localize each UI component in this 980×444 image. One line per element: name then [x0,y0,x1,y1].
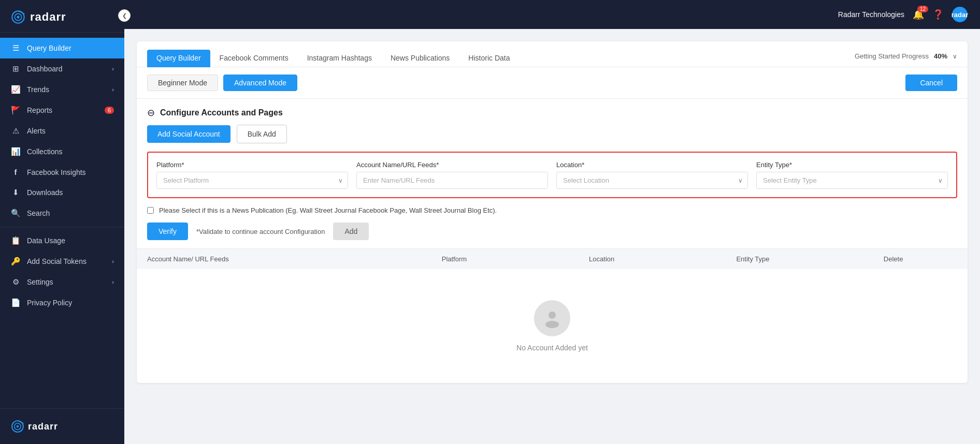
platform-label: Platform* [156,161,348,169]
sidebar-item-label: Reports [27,106,52,114]
tokens-icon: 🔑 [10,257,21,266]
bottom-logo-text: radarr [28,421,58,432]
progress-chevron-icon[interactable]: ∨ [953,53,957,60]
table-header-entity-type: Entity Type [736,255,883,263]
location-label: Location* [556,161,748,169]
sidebar-item-label: Alerts [27,127,46,135]
list-icon: ☰ [10,43,21,53]
chevron-right-icon: › [112,86,114,93]
news-publication-checkbox[interactable] [147,207,154,214]
notification-bell[interactable]: 🔔 12 [913,9,924,20]
sidebar-item-collections[interactable]: 📊 Collections [0,141,124,162]
tab-news-publications[interactable]: News Publications [381,50,459,67]
help-icon[interactable]: ❓ [932,9,944,20]
sidebar-item-query-builder[interactable]: ☰ Query Builder [0,38,124,58]
account-form: Platform* Select Platform ∨ Account Name… [147,152,957,198]
tab-instagram-hashtags[interactable]: Instagram Hashtags [298,50,381,67]
add-accounts-row: Add Social Account Bulk Add [137,125,968,152]
location-field-group: Location* Select Location ∨ [556,161,748,189]
tab-historic-data[interactable]: Historic Data [459,50,519,67]
chevron-right-icon: › [112,66,114,72]
entity-type-select-wrapper: Select Entity Type ∨ [756,172,948,189]
sidebar-divider [0,227,124,227]
tab-facebook-comments[interactable]: Facebook Comments [210,50,298,67]
sidebar-item-reports[interactable]: 🚩 Reports 6 [0,100,124,121]
user-avatar[interactable]: radar [952,7,968,22]
platform-field-group: Platform* Select Platform ∨ [156,161,348,189]
chevron-right-icon: › [112,279,114,285]
entity-type-label: Entity Type* [756,161,948,169]
sidebar-item-label: Trends [27,85,49,94]
svg-point-8 [549,312,556,319]
mode-row: Beginner Mode Advanced Mode Cancel [137,67,968,99]
platform-select-wrapper: Select Platform ∨ [156,172,348,189]
entity-type-select[interactable]: Select Entity Type [756,172,948,189]
sidebar-item-label: Settings [27,278,53,286]
sidebar-item-facebook-insights[interactable]: f Facebook Insights [0,162,124,182]
facebook-icon: f [10,168,21,176]
empty-state: No Account Added yet [137,269,968,383]
content-area: Query Builder Facebook Comments Instagra… [124,29,980,444]
sidebar-collapse-btn[interactable]: ❮ [118,9,131,22]
sidebar-item-dashboard[interactable]: ⊞ Dashboard › [0,58,124,79]
news-publication-checkbox-row: Please Select if this is a News Publicat… [137,206,968,223]
sidebar-bottom: radarr [0,408,124,444]
sidebar-item-privacy-policy[interactable]: 📄 Privacy Policy [0,292,124,313]
news-publication-checkbox-label: Please Select if this is a News Publicat… [159,206,497,214]
entity-type-field-group: Entity Type* Select Entity Type ∨ [756,161,948,189]
sidebar-item-data-usage[interactable]: 📋 Data Usage [0,230,124,251]
bulk-add-button[interactable]: Bulk Add [237,125,287,143]
location-select[interactable]: Select Location [556,172,748,189]
empty-state-text: No Account Added yet [516,344,588,352]
accounts-table: Account Name/ URL Feeds Platform Locatio… [137,248,968,383]
add-social-account-button[interactable]: Add Social Account [147,125,230,143]
sidebar-item-settings[interactable]: ⚙ Settings › [0,272,124,292]
sidebar-item-label: Downloads [27,188,63,197]
sidebar-nav: ☰ Query Builder ⊞ Dashboard › 📈 Trends ›… [0,33,124,408]
add-button[interactable]: Add [333,223,369,240]
collapse-section-icon[interactable]: ⊖ [147,107,155,119]
account-name-label: Account Name/URL Feeds* [356,161,548,169]
sidebar-item-search[interactable]: 🔍 Search [0,203,124,224]
beginner-mode-button[interactable]: Beginner Mode [147,75,218,91]
sidebar-item-label: Dashboard [27,65,63,73]
verify-label: *Validate to continue account Configurat… [196,228,325,235]
sidebar-item-label: Query Builder [27,44,71,52]
table-header-delete: Delete [884,255,957,263]
empty-avatar-icon [534,300,570,336]
svg-point-2 [17,16,20,19]
account-name-field-group: Account Name/URL Feeds* [356,161,548,189]
sidebar: radarr ❮ ☰ Query Builder ⊞ Dashboard › 📈… [0,0,124,444]
progress-section: Getting Started Progress 40% ∨ [855,52,957,64]
cancel-button[interactable]: Cancel [905,75,957,91]
verify-row: Verify *Validate to continue account Con… [137,223,968,248]
progress-label: Getting Started Progress [855,52,929,60]
account-name-input[interactable] [356,172,548,189]
main-area: Radarr Technologies 🔔 12 ❓ radar Query B… [124,0,980,444]
sidebar-bottom-logo: radarr [10,419,114,434]
reports-badge: 6 [105,107,114,114]
sidebar-item-downloads[interactable]: ⬇ Downloads [0,182,124,203]
sidebar-item-label: Search [27,209,50,217]
section-title-row: ⊖ Configure Accounts and Pages [137,99,968,125]
progress-percent: 40% [934,52,947,60]
advanced-mode-button[interactable]: Advanced Mode [223,75,297,91]
data-usage-icon: 📋 [10,236,21,245]
sidebar-item-label: Add Social Tokens [27,257,87,265]
platform-select[interactable]: Select Platform [156,172,348,189]
form-fields: Platform* Select Platform ∨ Account Name… [156,161,948,189]
table-header: Account Name/ URL Feeds Platform Locatio… [137,248,968,269]
alerts-icon: ⚠ [10,126,21,136]
tab-query-builder[interactable]: Query Builder [147,50,210,67]
company-name: Radarr Technologies [838,10,904,19]
sidebar-item-alerts[interactable]: ⚠ Alerts [0,121,124,141]
notification-badge: 12 [917,6,928,12]
sidebar-item-label: Data Usage [27,236,65,245]
privacy-icon: 📄 [10,298,21,307]
topbar: Radarr Technologies 🔔 12 ❓ radar [124,0,980,29]
verify-button[interactable]: Verify [147,223,188,240]
table-header-account-name: Account Name/ URL Feeds [147,255,442,263]
table-header-platform: Platform [442,255,589,263]
sidebar-item-add-social-tokens[interactable]: 🔑 Add Social Tokens › [0,251,124,272]
sidebar-item-trends[interactable]: 📈 Trends › [0,79,124,100]
